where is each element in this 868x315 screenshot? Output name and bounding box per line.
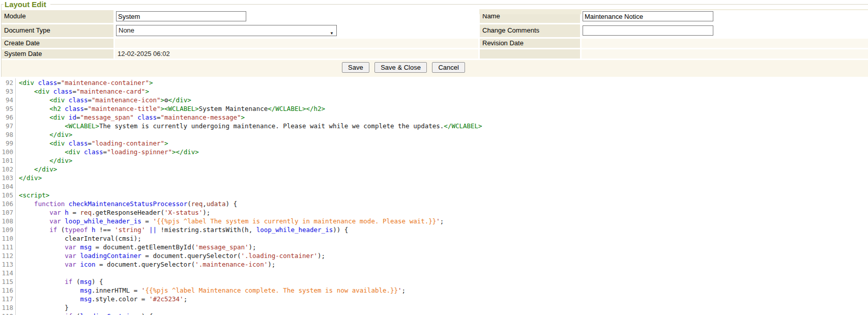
code-line: 102 </div>	[0, 165, 868, 174]
line-number: 99	[0, 139, 16, 148]
page-root: Layout Edit ModuleNameDocument TypeNone▼…	[0, 0, 868, 315]
line-number: 110	[0, 234, 16, 243]
code-line-content: clearInterval(cmsi);	[19, 235, 141, 242]
line-number: 102	[0, 165, 16, 174]
line-number: 115	[0, 277, 16, 286]
code-line: 108 var loop_while_header_is = '{{%pjs ^…	[0, 217, 868, 225]
form-row: ModuleName	[2, 10, 868, 23]
code-line: 109 if (typeof h !== 'string' || !miestr…	[0, 225, 868, 234]
code-line: 99 <div class="loading-container">	[0, 139, 868, 148]
code-line: 101 </div>	[0, 156, 868, 165]
code-line: 94 <div class="maintenance-icon">⚙</div>	[0, 96, 868, 104]
field-label-create-date: Create Date	[2, 39, 113, 48]
code-line-content: var loop_while_header_is = '{{%pjs ^labe…	[19, 217, 444, 225]
change-comments-input[interactable]	[583, 25, 713, 36]
line-number: 114	[0, 269, 16, 277]
code-line: 113 var icon = document.querySelector('.…	[0, 260, 868, 269]
code-line: 100 <div class="loading-spinner"></div>	[0, 148, 868, 156]
code-line-content: if (msg) {	[19, 278, 103, 285]
line-number: 106	[0, 199, 16, 208]
line-number: 92	[0, 78, 16, 87]
line-number: 111	[0, 243, 16, 251]
line-number: 112	[0, 251, 16, 260]
code-editor[interactable]: 92<div class="maintenance-container">93 …	[0, 77, 868, 315]
line-number: 104	[0, 182, 16, 191]
line-number: 97	[0, 122, 16, 130]
code-line-content: <div id="message_span" class="maintenanc…	[19, 113, 245, 121]
line-number: 94	[0, 96, 16, 104]
code-line: 103</div>	[0, 174, 868, 182]
code-line-content: <div class="maintenance-icon">⚙</div>	[19, 96, 191, 104]
code-line: 114	[0, 269, 868, 277]
code-line-content: </div>	[19, 174, 42, 182]
form-rows: ModuleNameDocument TypeNone▼Change Comme…	[2, 10, 868, 59]
field-label-change-comments: Change Comments	[480, 24, 580, 37]
document-type-select[interactable]: None▼	[116, 25, 337, 36]
field-label-empty	[480, 49, 580, 59]
field-value-document-type: None▼	[115, 24, 478, 37]
field-value-name	[582, 10, 868, 23]
line-number: 113	[0, 260, 16, 269]
code-line: 97 <WCLABEL>The system is currently unde…	[0, 122, 868, 130]
line-number: 93	[0, 87, 16, 96]
code-line-content: <h2 class="maintenance-title"><WCLABEL>S…	[19, 105, 325, 112]
code-line: 93 <div class="maintenance-card">	[0, 87, 868, 96]
line-number: 107	[0, 208, 16, 217]
form-row: Document TypeNone▼Change Comments	[2, 24, 868, 37]
code-line: 95 <h2 class="maintenance-title"><WCLABE…	[0, 104, 868, 113]
line-number: 116	[0, 286, 16, 295]
code-line: 98 </div>	[0, 130, 868, 139]
line-number: 105	[0, 191, 16, 199]
code-line: 117 msg.style.color = '#2c5234';	[0, 295, 868, 303]
code-line-content: if (loadingContainer) {	[19, 312, 153, 315]
module-input[interactable]	[116, 11, 246, 21]
code-line-content: }	[19, 304, 69, 311]
code-line: 119 if (loadingContainer) {	[0, 312, 868, 315]
field-label-system-date: System Date	[2, 49, 113, 59]
save-button[interactable]: Save	[342, 62, 369, 73]
empty-value	[582, 49, 868, 59]
code-line-content: </div>	[19, 131, 72, 138]
form-row: Create DateRevision Date	[2, 39, 868, 48]
code-line: 112 var loadingContainer = document.quer…	[0, 251, 868, 260]
chevron-down-icon: ▼	[330, 28, 334, 39]
code-line-content: msg.style.color = '#2c5234';	[19, 295, 187, 303]
page-title: Layout Edit	[4, 0, 50, 9]
code-line-content: var loadingContainer = document.querySel…	[19, 252, 325, 260]
code-line: 107 var h = req.getResponseHeader('X-sta…	[0, 208, 868, 217]
code-line-content: </div>	[19, 165, 57, 173]
field-label-revision-date: Revision Date	[480, 39, 580, 48]
code-line-content: <div class="loading-spinner"></div>	[19, 148, 199, 156]
code-line: 115 if (msg) {	[0, 277, 868, 286]
code-line: 92<div class="maintenance-container">	[0, 78, 868, 87]
code-line-content: <div class="loading-container">	[19, 139, 168, 147]
layout-edit-fieldset: Layout Edit ModuleNameDocument TypeNone▼…	[1, 0, 868, 77]
save-and-close-button[interactable]: Save & Close	[374, 62, 427, 73]
code-line: 105<script>	[0, 191, 868, 199]
line-number: 96	[0, 113, 16, 122]
document-type-selected-option: None	[119, 26, 134, 34]
code-line-content: var h = req.getResponseHeader('X-status'…	[19, 209, 210, 216]
button-bar: Save Save & Close Cancel	[2, 60, 868, 77]
line-number: 95	[0, 104, 16, 113]
line-number: 101	[0, 156, 16, 165]
line-number: 109	[0, 225, 16, 234]
line-number: 117	[0, 295, 16, 303]
code-line-content: var msg = document.getElementById('messa…	[19, 243, 256, 251]
name-input[interactable]	[583, 11, 713, 21]
code-line: 111 var msg = document.getElementById('m…	[0, 243, 868, 251]
line-number: 100	[0, 148, 16, 156]
code-line: 106 function checkMaintenanceStatusProce…	[0, 199, 868, 208]
line-number: 118	[0, 303, 16, 312]
cancel-button[interactable]: Cancel	[432, 62, 465, 73]
code-line-content: function checkMaintenanceStatusProcessor…	[19, 200, 237, 208]
code-line: 110 clearInterval(cmsi);	[0, 234, 868, 243]
field-label-document-type: Document Type	[2, 24, 113, 37]
code-line-content: <WCLABEL>The system is currently undergo…	[19, 122, 482, 130]
field-value-change-comments	[582, 24, 868, 37]
code-line-content: if (typeof h !== 'string' || !miestring.…	[19, 226, 348, 234]
line-number: 108	[0, 217, 16, 225]
create-date-value	[115, 39, 478, 48]
code-line-content: var icon = document.querySelector('.main…	[19, 261, 275, 268]
form-row: System Date12-02-2025 06:02	[2, 49, 868, 59]
